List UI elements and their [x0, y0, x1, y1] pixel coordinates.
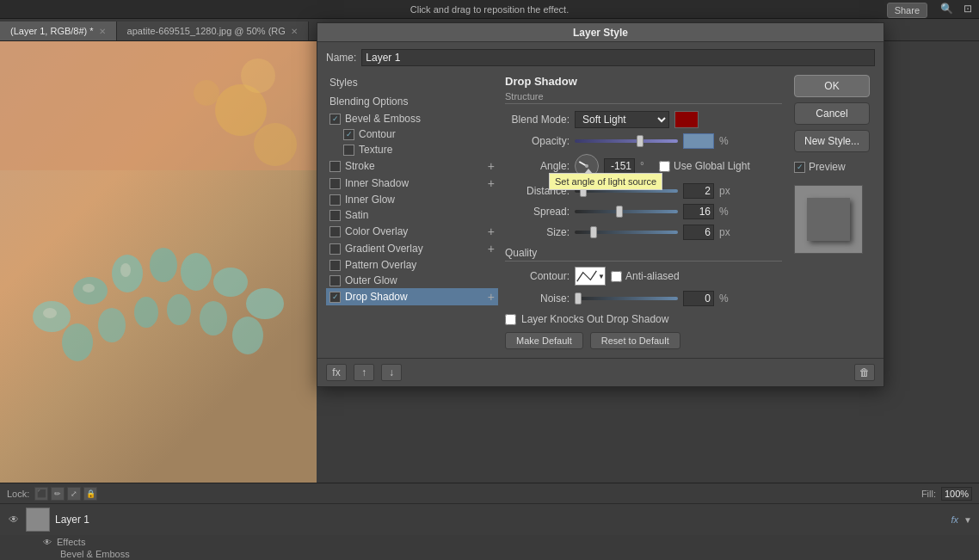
preview-checkbox[interactable] [794, 162, 805, 173]
style-item-pattern-overlay[interactable]: Pattern Overlay [326, 257, 498, 273]
style-item-satin[interactable]: Satin [326, 207, 498, 223]
style-item-outer-glow[interactable]: Outer Glow [326, 273, 498, 288]
layer-effects-row: 👁 Effects [0, 535, 979, 549]
cancel-button[interactable]: Cancel [794, 102, 870, 125]
opacity-slider[interactable] [575, 139, 678, 143]
plus-stroke[interactable]: + [488, 159, 495, 173]
anti-alias-checkbox[interactable] [611, 271, 622, 282]
spread-input[interactable] [683, 204, 714, 219]
move-up-button[interactable]: ↑ [354, 364, 374, 381]
blend-mode-label: Blend Mode: [505, 114, 570, 126]
lock-move-icon[interactable]: ⤢ [67, 487, 81, 501]
opacity-label: Opacity: [505, 135, 570, 147]
effects-eye-icon[interactable]: 👁 [43, 538, 52, 547]
plus-gradient-overlay[interactable]: + [488, 242, 495, 255]
fx-button[interactable]: fx [326, 364, 347, 381]
layer-knocks-row: Layer Knocks Out Drop Shadow [505, 313, 782, 325]
distance-input[interactable] [683, 183, 714, 199]
svg-point-4 [254, 123, 297, 166]
global-light-checkbox[interactable] [659, 161, 670, 172]
lock-paint-icon[interactable]: ✏ [51, 487, 65, 501]
svg-point-14 [134, 297, 158, 328]
plus-drop-shadow[interactable]: + [488, 290, 495, 304]
svg-point-2 [241, 58, 275, 93]
share-button[interactable]: Share [887, 3, 927, 18]
make-default-button[interactable]: Make Default [505, 332, 583, 349]
fill-input[interactable] [941, 487, 972, 501]
noise-input[interactable] [683, 291, 714, 306]
name-input[interactable] [361, 49, 875, 66]
ok-button[interactable]: OK [794, 75, 870, 97]
angle-input[interactable] [604, 158, 635, 174]
style-item-gradient-overlay[interactable]: Gradient Overlay+ [326, 240, 498, 257]
tab-image[interactable]: apatite-669515_1280.jpg @ 50% (RG ✕ [117, 22, 309, 40]
reset-to-default-button[interactable]: Reset to Default [590, 332, 680, 349]
layer-visibility-icon[interactable]: 👁 [7, 513, 21, 526]
contour-row: Contour: ▼ Anti-aliased [505, 267, 782, 286]
layer-style-dialog: Layer Style Name: Styles Blending Option… [317, 22, 884, 387]
label-stroke: Stroke [345, 160, 375, 172]
tab-close-layer1[interactable]: ✕ [99, 27, 106, 36]
checkbox-contour[interactable] [343, 129, 354, 140]
checkbox-outer-glow[interactable] [329, 275, 341, 286]
name-label: Name: [326, 52, 356, 64]
style-item-stroke[interactable]: Stroke+ [326, 157, 498, 175]
checkbox-pattern-overlay[interactable] [329, 260, 341, 271]
angle-degree: ° [640, 160, 654, 172]
svg-point-18 [43, 308, 57, 318]
style-item-inner-glow[interactable]: Inner Glow [326, 192, 498, 207]
search-icon[interactable]: 🔍 [940, 3, 953, 15]
tab-close-image[interactable]: ✕ [291, 27, 298, 36]
tab-layer1[interactable]: (Layer 1, RGB/8#) * ✕ [0, 22, 117, 40]
size-unit: px [719, 226, 733, 238]
size-slider[interactable] [575, 231, 678, 234]
checkbox-inner-shadow[interactable] [329, 178, 341, 189]
lock-icons: ⬛ ✏ ⤢ 🔒 [34, 487, 97, 501]
style-item-color-overlay[interactable]: Color Overlay+ [326, 223, 498, 240]
styles-panel: Styles Blending Options Bevel & EmbossCo… [326, 75, 498, 349]
blend-mode-row: Blend Mode: Soft Light [505, 111, 782, 128]
label-inner-shadow: Inner Shadow [345, 177, 409, 189]
color-swatch[interactable] [674, 111, 699, 128]
move-down-button[interactable]: ↓ [381, 364, 402, 381]
contour-label: Contour: [505, 270, 570, 282]
label-drop-shadow: Drop Shadow [345, 291, 408, 303]
checkbox-bevel-emboss[interactable] [329, 114, 341, 125]
style-item-inner-shadow[interactable]: Inner Shadow+ [326, 175, 498, 192]
contour-preview[interactable]: ▼ [575, 267, 606, 286]
lock-all-icon[interactable]: 🔒 [83, 487, 97, 501]
checkbox-stroke[interactable] [329, 161, 341, 172]
action-buttons: Make Default Reset to Default [505, 332, 782, 349]
svg-point-10 [213, 268, 248, 297]
opacity-input[interactable] [683, 133, 714, 149]
plus-inner-shadow[interactable]: + [488, 176, 495, 190]
checkbox-satin[interactable] [329, 210, 341, 221]
blending-options-item[interactable]: Blending Options [326, 94, 498, 109]
blend-mode-select[interactable]: Soft Light [575, 111, 669, 128]
layer-thumbnail [26, 508, 50, 532]
delete-button[interactable]: 🗑 [854, 364, 875, 381]
svg-point-15 [167, 294, 191, 325]
checkbox-gradient-overlay[interactable] [329, 243, 341, 255]
style-item-drop-shadow[interactable]: Drop Shadow+ [326, 288, 498, 305]
checkbox-color-overlay[interactable] [329, 226, 341, 237]
fullscreen-icon[interactable]: ⊡ [964, 3, 972, 15]
layer-knocks-checkbox[interactable] [505, 314, 516, 325]
noise-slider[interactable] [575, 297, 678, 300]
right-buttons-panel: OK Cancel New Style... Preview [789, 75, 875, 349]
lock-transparency-icon[interactable]: ⬛ [34, 487, 48, 501]
size-input[interactable] [683, 225, 714, 240]
svg-point-20 [120, 263, 131, 277]
svg-point-11 [246, 288, 284, 319]
style-item-contour[interactable]: Contour [326, 126, 498, 142]
style-item-bevel-emboss[interactable]: Bevel & Emboss [326, 111, 498, 126]
checkbox-inner-glow[interactable] [329, 194, 341, 206]
bevel-emboss-label: Bevel & Emboss [60, 549, 130, 559]
plus-color-overlay[interactable]: + [488, 225, 495, 238]
checkbox-drop-shadow[interactable] [329, 292, 341, 303]
style-item-texture[interactable]: Texture [326, 142, 498, 157]
spread-slider[interactable] [575, 210, 678, 213]
expand-arrow-icon[interactable]: ▼ [964, 515, 972, 525]
new-style-button[interactable]: New Style... [794, 130, 870, 152]
checkbox-texture[interactable] [343, 145, 354, 156]
